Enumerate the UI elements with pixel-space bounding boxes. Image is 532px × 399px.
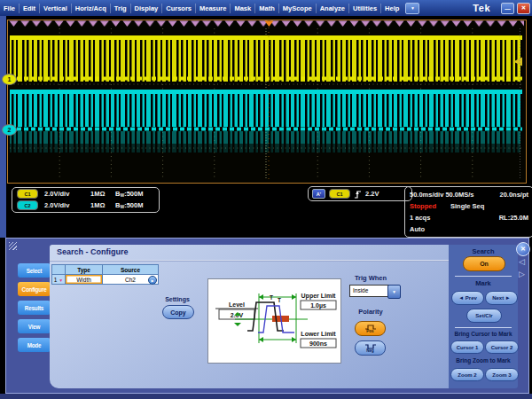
acquisition-status: Stopped [410, 200, 436, 212]
graticule[interactable]: 1 2 [7, 20, 527, 184]
row-number-cell[interactable]: 1 ▼ [52, 275, 66, 285]
chevron-down-icon: ▼ [392, 289, 396, 294]
trig-when-value[interactable]: Inside [349, 285, 391, 297]
source-select-button[interactable]: ▶ [148, 276, 157, 285]
ch2-impedance: 1MΩ [90, 201, 115, 209]
menu-help[interactable]: Help [381, 4, 403, 13]
menu-mask[interactable]: Mask [231, 4, 255, 13]
slope-icon [354, 190, 362, 199]
play-icon: ▶ [151, 278, 153, 283]
copy-button[interactable]: Copy [162, 305, 194, 319]
close-icon: ✕ [520, 246, 526, 253]
tab-results[interactable]: Results [18, 301, 51, 315]
record-length: RL:25.0M [499, 212, 528, 223]
trigger-readout-box[interactable]: A' C1 2.2V [308, 186, 412, 201]
search-configure-dialog: Select Configure Results View Mode Searc… [5, 238, 529, 394]
divider [455, 327, 512, 328]
minimize-icon: — [505, 5, 511, 12]
menu-bar: File Edit Vertical Horiz/Acq Trig Displa… [0, 0, 532, 16]
trigger-source-badge: C1 [329, 189, 350, 199]
ch1-scale: 2.0V/div [44, 190, 90, 198]
ch2-noise-faint [10, 144, 522, 153]
menu-myscope[interactable]: MyScope [279, 4, 317, 13]
lower-limit-label: Lower Limit [301, 331, 336, 337]
ch2-badge: C2 [17, 200, 38, 210]
polarity-neg-button[interactable]: Neg [355, 340, 386, 356]
menu-horiz-acq[interactable]: Horiz/Acq [72, 4, 111, 13]
tab-configure[interactable]: Configure [18, 282, 51, 296]
search-table: Type Source 1 ▼ Width Ch2 ▶ [51, 264, 159, 285]
menu-measure[interactable]: Measure [196, 4, 231, 13]
collapse-right-arrow[interactable]: ▷ [519, 270, 525, 278]
resolution-readout: 20.0ns/pt [499, 189, 528, 200]
menu-trig[interactable]: Trig [111, 4, 131, 13]
channel-readout-box: C1 2.0V/div 1MΩ BW:500M C2 2.0V/div 1MΩ … [12, 187, 160, 213]
tab-mode[interactable]: Mode [18, 338, 51, 352]
menu-overflow-button[interactable]: ▼ [405, 3, 419, 14]
cursor1-button[interactable]: Cursor 1 [450, 340, 484, 354]
ch1-waveform [10, 35, 522, 82]
polarity-pos-button[interactable]: Pos [355, 321, 386, 336]
timebase-readout: 50.0ms/div 50.0MS/s [410, 189, 474, 200]
row-marker-icon: ▼ [59, 278, 63, 283]
trigger-level: 2.2V [365, 190, 379, 198]
type-cell[interactable]: Width [66, 275, 103, 285]
table-header-blank [52, 265, 66, 275]
trigger-mode: Auto [410, 223, 425, 235]
menu-vertical[interactable]: Vertical [40, 4, 72, 13]
menu-edit[interactable]: Edit [20, 4, 40, 13]
horizontal-readout-box: 50.0ms/div 50.0MS/s 20.0ns/pt Stopped Si… [404, 186, 532, 238]
ch2-waveform [10, 90, 522, 129]
menu-file[interactable]: File [0, 4, 20, 13]
mark-set-clear-button[interactable]: Set/Clr [466, 309, 502, 323]
zoom2-button[interactable]: Zoom 2 [450, 368, 484, 381]
ch2-noise [10, 131, 522, 144]
trigger-a-badge: A' [312, 189, 325, 199]
resize-grip[interactable] [9, 242, 17, 250]
menu-analyze[interactable]: Analyze [317, 4, 349, 13]
ch2-scale: 2.0V/div [44, 201, 90, 209]
settings-label: Settings [149, 296, 206, 302]
menu-display[interactable]: Display [131, 4, 163, 13]
menu-utilities[interactable]: Utilities [349, 4, 381, 13]
ch1-readout[interactable]: C1 2.0V/div 1MΩ BW:500M [12, 188, 159, 200]
title-separator [50, 260, 449, 262]
t-mark-1: T [270, 294, 273, 301]
divider [455, 276, 512, 277]
oscilloscope-application: File Edit Vertical Horiz/Acq Trig Displa… [0, 0, 532, 399]
mark-prev-button[interactable]: ◄ Prev [451, 291, 484, 305]
source-cell[interactable]: Ch2 ▶ [103, 275, 159, 285]
dialog-title: Search - Configure [57, 247, 129, 256]
ch2-position-badge[interactable]: 2 [2, 124, 17, 136]
tab-select[interactable]: Select [18, 263, 51, 278]
tab-view[interactable]: View [18, 319, 51, 333]
ch1-impedance: 1MΩ [90, 190, 115, 198]
upper-limit-label: Upper Limit [301, 293, 337, 300]
minimize-button[interactable]: — [501, 3, 514, 14]
search-on-button[interactable]: On [463, 256, 505, 271]
trig-when-dropdown-button[interactable]: ▼ [387, 285, 401, 299]
menu-cursors[interactable]: Cursors [162, 4, 196, 13]
window-bottom-edge [0, 394, 532, 399]
acquisition-count: 1 acqs [410, 212, 430, 223]
configure-panel: Search - Configure Type Source 1 ▼ Width… [50, 245, 449, 388]
close-button[interactable]: ✕ [517, 3, 530, 14]
chevron-down-icon: ▼ [411, 5, 415, 11]
menu-math[interactable]: Math [255, 4, 279, 13]
table-header-type: Type [66, 265, 103, 275]
waveform-plot [8, 20, 524, 181]
collapse-left-arrow[interactable]: ◁ [519, 258, 525, 266]
ch2-bandwidth: BW:500M [115, 201, 143, 209]
ch1-bandwidth: BW:500M [115, 190, 143, 198]
ch2-readout[interactable]: C2 2.0V/div 1MΩ BW:500M [12, 200, 159, 211]
dialog-close-button[interactable]: ✕ [516, 242, 530, 256]
mark-next-button[interactable]: Next ► [485, 291, 518, 305]
bring-zoom-label: Bring Zoom to Mark [449, 357, 518, 364]
ch1-position-badge[interactable]: 1 [2, 74, 17, 85]
table-header-source: Source [103, 265, 159, 275]
sequence-mode: Single Seq [450, 200, 484, 212]
zoom3-button[interactable]: Zoom 3 [485, 368, 519, 381]
tek-logo: Tek [473, 3, 490, 13]
level-label: Level [229, 301, 245, 308]
cursor2-button[interactable]: Cursor 2 [485, 340, 519, 354]
